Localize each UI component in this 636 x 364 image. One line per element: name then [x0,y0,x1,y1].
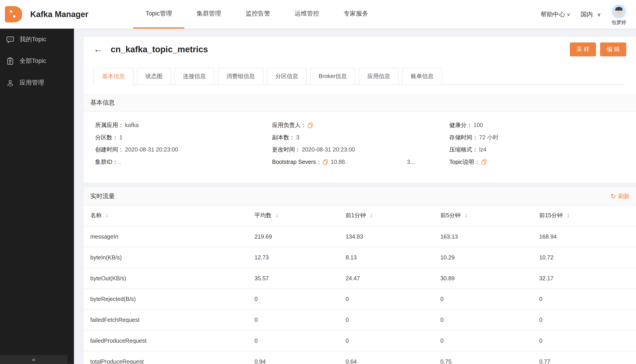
table-row: byteRejected(B/s) 0 0 0 0 [84,288,636,310]
action-button[interactable]: 采 样 [570,42,596,56]
nav-item[interactable]: 集群管理 [184,0,233,28]
nav-item[interactable]: 监控告警 [234,0,282,28]
field-label: 集群ID： [95,158,118,166]
metric-15min: 168.94 [533,226,636,247]
tab[interactable]: 连接信息 [174,68,214,85]
field-value: 2020-08-31 20:23:00 [125,146,178,154]
info-field: 副本数： 3 [272,133,449,142]
sort-icon[interactable]: ▲ ▼ [567,213,570,218]
refresh-button[interactable]: ↻ 刷新 [610,192,629,200]
chat-icon [6,35,14,43]
metric-5min: 0 [434,288,532,310]
table-row: byteOut(KB/s) 35.57 24.47 30.89 32.17 [84,268,636,288]
action-button[interactable]: 编 辑 [600,42,626,56]
metric-5min: 0.75 [434,351,532,364]
back-button[interactable]: ← [94,45,102,54]
sidebar-item-all-topic[interactable]: 全部Topic [0,50,74,72]
copy-icon[interactable] [323,159,328,165]
table-row: totalProduceRequest 0.94 0.64 0.75 0.77 [84,351,636,364]
column-label: 平均数 [254,212,272,218]
sort-desc-icon: ▼ [567,216,570,218]
collapse-sidebar-button[interactable]: « [0,355,67,364]
info-field: 集群ID： . [95,158,272,166]
section-title: 基本信息 [90,99,115,106]
info-field: 更改时间： 2020-08-31 20:23:00 [272,146,449,154]
field-value: 1 [119,133,122,142]
page-title: cn_kafka_topic_metrics [111,44,208,54]
field-label: 压缩格式： [449,146,478,154]
app-logo-icon [4,6,22,23]
sidebar-item-app-management[interactable]: 应用管理 [0,72,74,93]
nav-item[interactable]: 专家服务 [332,0,380,28]
basic-info-fields: 所属应用： kafka 应用负责人： [84,112,636,183]
main-nav: Topic管理 集群管理 监控告警 运维管控 专家服务 [133,0,380,28]
tab-label: 应用信息 [367,73,390,79]
sidebar-item-label: 全部Topic [20,57,46,65]
metric-avg: 0 [248,330,339,351]
sort-icon[interactable]: ▲ ▼ [370,213,373,218]
page-actions: 采 样 编 辑 [570,42,626,56]
metric-5min: 0 [434,310,532,330]
info-field: Bootstrap Severs： 10.88. 3... [272,158,449,166]
top-header: Kafka Manager Topic管理 集群管理 监控告警 运维管控 [0,0,636,28]
main-content: ← cn_kafka_topic_metrics 采 样 编 辑 基本信息 [74,28,636,364]
metric-1min: 8.13 [339,247,434,268]
nav-item-label: 专家服务 [344,10,368,18]
tab-label: 连接信息 [183,73,206,79]
nav-item[interactable]: Topic管理 [133,0,184,28]
column-header[interactable]: 平均数 ▲ ▼ [248,206,339,226]
tab[interactable]: 账单信息 [402,68,442,85]
tab[interactable]: 分区信息 [267,68,307,85]
column-label: 前1分钟 [346,212,366,218]
tab[interactable]: 应用信息 [359,68,399,85]
sidebar-item-my-topic[interactable]: 我的Topic [0,28,74,50]
metric-1min: 134.83 [339,226,434,247]
metrics-table: 名称 ▲ ▼ 平均数 ▲ ▼ [84,206,636,364]
sidebar-item-label: 我的Topic [20,36,46,43]
user-name: 包梦婷 [612,19,626,26]
sort-icon[interactable]: ▲ ▼ [276,213,278,218]
title-row: ← cn_kafka_topic_metrics 采 样 编 辑 [94,42,626,56]
user-menu[interactable]: 包梦婷 [612,3,626,26]
tab[interactable]: 状态图 [137,68,171,85]
collapse-icon: « [32,356,35,363]
tab-label: 账单信息 [411,73,434,79]
tab-bar: 基本信息 状态图 连接信息 消费组信息 [94,68,626,85]
column-header[interactable]: 前5分钟 ▲ ▼ [434,206,532,226]
info-field: 压缩格式： lz4 [449,146,636,154]
copy-icon[interactable] [481,159,486,165]
table-row: failedProduceRequest 0 0 0 0 [84,330,636,351]
metric-1min: 0 [339,310,434,330]
info-field: 所属应用： kafka [95,121,272,130]
sort-desc-icon: ▼ [276,216,278,218]
table-row: failedFetchRequest 0 0 0 0 [84,310,636,330]
region-selector[interactable]: 国内 ∨ [580,10,601,18]
nav-item-label: 运维管控 [295,10,319,18]
tab[interactable]: Broker信息 [310,68,356,85]
help-center-label: 帮助中心 [540,10,565,18]
column-header[interactable]: 名称 ▲ ▼ [84,206,248,226]
metric-avg: 0 [248,288,339,310]
field-label: 创建时间： [95,146,124,154]
refresh-icon: ↻ [610,193,616,200]
sidebar: 我的Topic 全部Topic 应用管理 « [0,28,74,364]
info-field: 分区数： 1 [95,133,272,142]
column-header[interactable]: 前1分钟 ▲ ▼ [339,206,434,226]
sort-desc-icon: ▼ [106,216,108,218]
info-field: 健康分： 100 [449,121,636,130]
metric-avg: 35.57 [248,268,339,288]
tab[interactable]: 基本信息 [94,68,134,85]
nav-item[interactable]: 运维管控 [282,0,331,28]
sort-icon[interactable]: ▲ ▼ [106,213,108,218]
sort-desc-icon: ▼ [465,216,468,218]
sort-icon[interactable]: ▲ ▼ [465,213,468,218]
copy-icon[interactable] [308,122,313,128]
help-center-link[interactable]: 帮助中心 ∨ [540,10,570,18]
metric-5min: 30.89 [434,268,532,288]
field-value: kafka [125,121,139,130]
metric-5min: 163.13 [434,226,532,247]
tab[interactable]: 消费组信息 [218,68,264,85]
metric-1min: 0 [339,288,434,310]
avatar[interactable] [612,4,626,18]
column-header[interactable]: 前15分钟 ▲ ▼ [533,206,636,226]
